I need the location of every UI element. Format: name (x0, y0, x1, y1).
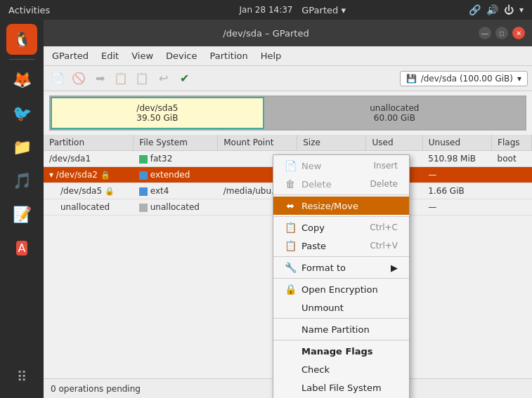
ctx-delete-shortcut: Delete (370, 179, 398, 189)
apply-button[interactable]: ✔ (174, 69, 194, 88)
partition-fs: fat32 (134, 151, 218, 167)
ctx-new-label: New (301, 161, 321, 171)
ctx-copy[interactable]: 📋 Copy Ctrl+C (273, 218, 409, 237)
firefox-icon: 🦊 (13, 71, 32, 88)
ctx-separator-1 (273, 194, 409, 195)
ctx-label-fs[interactable]: Label File System (273, 378, 409, 397)
sidebar-icon-rhythmbox[interactable]: 🎵 (6, 165, 37, 196)
undo-button[interactable]: ↩ (153, 69, 173, 88)
power-icon[interactable]: ⏻ (504, 4, 514, 15)
ctx-manage-flags[interactable]: Manage Flags (273, 342, 409, 360)
rhythmbox-icon: 🎵 (13, 172, 32, 190)
files-icon: 📁 (13, 138, 32, 156)
ctx-manage-flags-label: Manage Flags (301, 346, 373, 357)
new-partition-button[interactable]: 📄 (48, 69, 67, 88)
system-bar: Activities GParted ▾ Jan 28 14:37 🔗 🔊 ⏻ … (0, 0, 532, 20)
resize-button[interactable]: ➡ (90, 69, 110, 88)
context-menu: 📄 New Insert 🗑 Delete Delete ⬌ Resize/Mo… (273, 154, 410, 398)
device-label: /dev/sda (100.00 GiB) (421, 74, 513, 84)
ctx-open-encryption[interactable]: 🔒 Open Encryption (273, 280, 409, 298)
partition-fs: ext4 (134, 183, 218, 199)
copy-icon: 📋 (285, 222, 296, 233)
sidebar-icon-appstore[interactable]: A (6, 232, 37, 263)
ctx-open-encryption-label: Open Encryption (301, 284, 378, 295)
fs-color-indicator (139, 187, 148, 196)
menu-help[interactable]: Help (255, 48, 287, 63)
ctx-unmount[interactable]: Unmount (273, 298, 409, 317)
minimize-button[interactable]: — (479, 27, 491, 39)
app-container: 🐧 🦊 🐦 📁 🎵 📝 A ⠿ /dev/sda – GParted (0, 20, 532, 398)
ctx-separator-6 (273, 340, 409, 340)
fs-color-indicator (139, 204, 148, 212)
partition-flags (492, 167, 532, 183)
app-indicator[interactable]: GParted ▾ (301, 5, 346, 15)
paste-button[interactable]: 📋 (132, 69, 152, 88)
title-bar: /dev/sda – GParted — □ ✕ (44, 20, 532, 46)
partition-unused: — (422, 167, 491, 183)
menu-edit[interactable]: Edit (96, 48, 124, 63)
sidebar-icon-thunderbird[interactable]: 🐦 (6, 98, 37, 128)
device-icon: 💾 (406, 74, 417, 84)
activities-button[interactable]: Activities (8, 5, 50, 15)
fs-color-indicator (139, 171, 148, 180)
window-controls: — □ ✕ (479, 27, 525, 39)
ctx-new[interactable]: 📄 New Insert (273, 157, 409, 175)
ctx-paste-shortcut: Ctrl+V (370, 241, 398, 251)
sidebar-icon-ubuntu[interactable]: 🐧 (6, 24, 37, 55)
sidebar-icon-firefox[interactable]: 🦊 (6, 64, 37, 95)
col-used: Used (366, 135, 422, 151)
network-icon: 🔗 (469, 4, 481, 15)
partition-name: /dev/sda1 (44, 151, 134, 167)
system-clock: Jan 28 14:37 (240, 5, 293, 15)
writer-icon: 📝 (13, 206, 32, 223)
copy-button[interactable]: 📋 (111, 69, 131, 88)
new-icon: 📄 (285, 160, 296, 171)
sidebar-icon-more[interactable]: ⠿ (6, 361, 37, 392)
close-button[interactable]: ✕ (512, 27, 525, 39)
fs-color-indicator (139, 155, 148, 164)
ctx-separator-5 (273, 318, 409, 319)
ctx-check-label: Check (301, 364, 330, 375)
partition-name: ▾ /dev/sda2 🔒 (44, 167, 134, 183)
menu-bar: GParted Edit View Device Partition Help (44, 46, 532, 66)
ctx-check[interactable]: Check (273, 360, 409, 378)
table-header-row: Partition File System Mount Point Size U… (44, 135, 532, 151)
submenu-arrow-icon: ▶ (391, 263, 398, 273)
lock-icon: 🔒 (100, 171, 110, 180)
menu-gparted[interactable]: GParted (46, 48, 94, 63)
paste-icon: 📋 (285, 240, 296, 251)
toolbar: 📄 🚫 ➡ 📋 📋 ↩ ✔ 💾 /dev/sda (100.00 GiB) ▾ (44, 66, 532, 91)
menu-device[interactable]: Device (160, 48, 202, 63)
appstore-icon: A (16, 241, 28, 256)
ctx-format-label: Format to (301, 263, 346, 273)
sidebar-icon-files[interactable]: 📁 (6, 131, 37, 162)
ctx-label-fs-label: Label File System (301, 383, 382, 393)
partition-flags (492, 183, 532, 199)
grid-icon: ⠿ (17, 369, 27, 385)
sidebar-icon-writer[interactable]: 📝 (6, 199, 37, 230)
status-text: 0 operations pending (51, 384, 141, 394)
ctx-format-to[interactable]: 🔧 Format to ▶ (273, 258, 409, 277)
ctx-delete[interactable]: 🗑 Delete Delete (273, 175, 409, 193)
menu-view[interactable]: View (126, 48, 159, 63)
ctx-name-partition[interactable]: Name Partition (273, 320, 409, 338)
ctx-resize-label: Resize/Move (301, 201, 358, 211)
sidebar: 🐧 🦊 🐦 📁 🎵 📝 A ⠿ (0, 20, 44, 398)
delete-partition-button[interactable]: 🚫 (69, 69, 89, 88)
partition-fs: extended (134, 167, 218, 183)
sidebar-divider (9, 59, 34, 60)
disk-partition-unallocated[interactable]: unallocated 60.00 GiB (264, 97, 525, 129)
check-icon (285, 364, 296, 375)
device-selector[interactable]: 💾 /dev/sda (100.00 GiB) ▾ (400, 71, 528, 86)
format-icon: 🔧 (285, 262, 296, 273)
ctx-new-shortcut: Insert (374, 161, 398, 171)
ctx-resize-move[interactable]: ⬌ Resize/Move (273, 197, 409, 215)
label-fs-icon (285, 382, 296, 393)
maximize-button[interactable]: □ (495, 27, 508, 39)
volume-icon[interactable]: 🔊 (486, 4, 498, 15)
ctx-paste[interactable]: 📋 Paste Ctrl+V (273, 237, 409, 255)
ctx-separator-2 (273, 216, 409, 217)
menu-partition[interactable]: Partition (205, 48, 254, 63)
chevron-down-icon[interactable]: ▾ (519, 5, 524, 15)
disk-partition-sda5[interactable]: /dev/sda5 39.50 GiB (51, 97, 264, 129)
